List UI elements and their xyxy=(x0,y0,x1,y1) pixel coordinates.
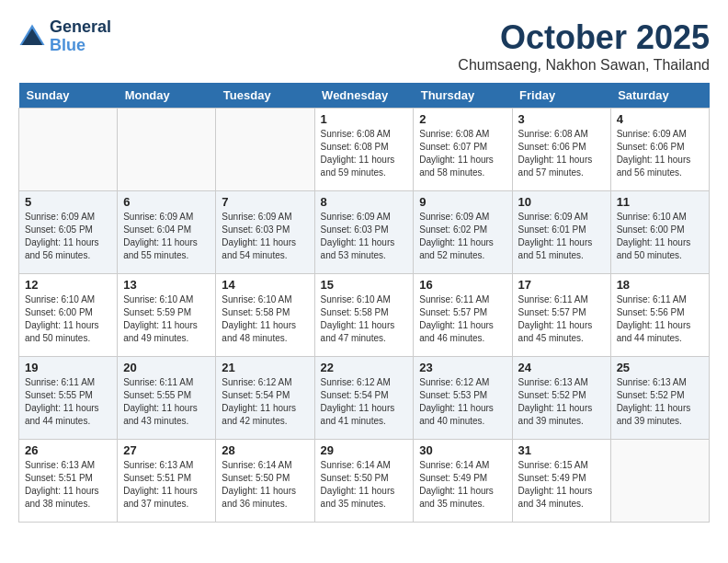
calendar-cell: 4Sunrise: 6:09 AM Sunset: 6:06 PM Daylig… xyxy=(610,109,709,191)
day-info: Sunrise: 6:13 AM Sunset: 5:51 PM Dayligh… xyxy=(123,459,210,511)
weekday-header-row: SundayMondayTuesdayWednesdayThursdayFrid… xyxy=(19,83,710,109)
calendar-cell xyxy=(610,440,709,523)
logo-icon xyxy=(18,23,46,51)
logo: General Blue xyxy=(18,18,111,55)
day-number: 6 xyxy=(123,195,210,209)
calendar-cell: 26Sunrise: 6:13 AM Sunset: 5:51 PM Dayli… xyxy=(19,440,118,523)
calendar-week-row: 19Sunrise: 6:11 AM Sunset: 5:55 PM Dayli… xyxy=(19,357,710,440)
day-number: 23 xyxy=(419,361,506,374)
calendar-cell: 7Sunrise: 6:09 AM Sunset: 6:03 PM Daylig… xyxy=(216,191,314,274)
weekday-header-tuesday: Tuesday xyxy=(216,83,314,109)
day-number: 10 xyxy=(518,195,605,209)
day-number: 12 xyxy=(25,278,111,292)
calendar-cell: 23Sunrise: 6:12 AM Sunset: 5:53 PM Dayli… xyxy=(414,357,512,440)
calendar-cell: 13Sunrise: 6:10 AM Sunset: 5:59 PM Dayli… xyxy=(118,274,216,357)
day-info: Sunrise: 6:11 AM Sunset: 5:56 PM Dayligh… xyxy=(617,293,703,345)
day-number: 28 xyxy=(222,443,308,457)
day-number: 4 xyxy=(617,112,703,126)
day-info: Sunrise: 6:13 AM Sunset: 5:51 PM Dayligh… xyxy=(25,459,111,511)
day-info: Sunrise: 6:13 AM Sunset: 5:52 PM Dayligh… xyxy=(518,376,605,428)
day-number: 2 xyxy=(419,112,506,126)
weekday-header-monday: Monday xyxy=(118,83,216,109)
day-info: Sunrise: 6:12 AM Sunset: 5:53 PM Dayligh… xyxy=(419,376,506,428)
calendar-cell: 24Sunrise: 6:13 AM Sunset: 5:52 PM Dayli… xyxy=(512,357,610,440)
day-info: Sunrise: 6:09 AM Sunset: 6:06 PM Dayligh… xyxy=(617,128,703,179)
day-number: 13 xyxy=(123,278,210,292)
day-info: Sunrise: 6:14 AM Sunset: 5:49 PM Dayligh… xyxy=(419,459,506,511)
calendar-cell xyxy=(118,109,216,191)
calendar-cell xyxy=(216,109,314,191)
day-info: Sunrise: 6:08 AM Sunset: 6:06 PM Dayligh… xyxy=(518,128,605,179)
day-info: Sunrise: 6:08 AM Sunset: 6:07 PM Dayligh… xyxy=(419,128,506,179)
day-info: Sunrise: 6:10 AM Sunset: 6:00 PM Dayligh… xyxy=(25,293,111,345)
calendar-cell: 19Sunrise: 6:11 AM Sunset: 5:55 PM Dayli… xyxy=(19,357,118,440)
logo-text-blue: Blue xyxy=(50,37,111,55)
day-info: Sunrise: 6:14 AM Sunset: 5:50 PM Dayligh… xyxy=(222,459,308,511)
calendar-week-row: 12Sunrise: 6:10 AM Sunset: 6:00 PM Dayli… xyxy=(19,274,710,357)
day-info: Sunrise: 6:15 AM Sunset: 5:49 PM Dayligh… xyxy=(518,459,605,511)
day-info: Sunrise: 6:09 AM Sunset: 6:05 PM Dayligh… xyxy=(25,211,111,262)
day-info: Sunrise: 6:11 AM Sunset: 5:57 PM Dayligh… xyxy=(518,293,605,345)
calendar-cell: 25Sunrise: 6:13 AM Sunset: 5:52 PM Dayli… xyxy=(610,357,709,440)
day-info: Sunrise: 6:12 AM Sunset: 5:54 PM Dayligh… xyxy=(222,376,308,428)
day-number: 21 xyxy=(222,361,308,374)
day-info: Sunrise: 6:11 AM Sunset: 5:55 PM Dayligh… xyxy=(123,376,210,428)
day-number: 3 xyxy=(518,112,605,126)
day-info: Sunrise: 6:09 AM Sunset: 6:02 PM Dayligh… xyxy=(419,211,506,262)
calendar-week-row: 1Sunrise: 6:08 AM Sunset: 6:08 PM Daylig… xyxy=(19,109,710,191)
day-number: 31 xyxy=(518,443,605,457)
calendar-week-row: 26Sunrise: 6:13 AM Sunset: 5:51 PM Dayli… xyxy=(19,440,710,523)
weekday-header-sunday: Sunday xyxy=(19,83,118,109)
calendar-cell: 28Sunrise: 6:14 AM Sunset: 5:50 PM Dayli… xyxy=(216,440,314,523)
day-info: Sunrise: 6:11 AM Sunset: 5:55 PM Dayligh… xyxy=(25,376,111,428)
calendar-cell: 14Sunrise: 6:10 AM Sunset: 5:58 PM Dayli… xyxy=(216,274,314,357)
calendar-cell: 21Sunrise: 6:12 AM Sunset: 5:54 PM Dayli… xyxy=(216,357,314,440)
day-number: 27 xyxy=(123,443,210,457)
calendar-cell: 22Sunrise: 6:12 AM Sunset: 5:54 PM Dayli… xyxy=(314,357,414,440)
calendar-cell: 5Sunrise: 6:09 AM Sunset: 6:05 PM Daylig… xyxy=(19,191,118,274)
calendar-table: SundayMondayTuesdayWednesdayThursdayFrid… xyxy=(18,83,710,523)
calendar-cell: 9Sunrise: 6:09 AM Sunset: 6:02 PM Daylig… xyxy=(414,191,512,274)
calendar-cell: 3Sunrise: 6:08 AM Sunset: 6:06 PM Daylig… xyxy=(512,109,610,191)
day-info: Sunrise: 6:10 AM Sunset: 5:58 PM Dayligh… xyxy=(321,293,408,345)
day-info: Sunrise: 6:12 AM Sunset: 5:54 PM Dayligh… xyxy=(321,376,408,428)
calendar-cell: 29Sunrise: 6:14 AM Sunset: 5:50 PM Dayli… xyxy=(314,440,414,523)
day-number: 1 xyxy=(321,112,408,126)
calendar-cell: 20Sunrise: 6:11 AM Sunset: 5:55 PM Dayli… xyxy=(118,357,216,440)
calendar-cell: 6Sunrise: 6:09 AM Sunset: 6:04 PM Daylig… xyxy=(118,191,216,274)
title-area: October 2025 Chumsaeng, Nakhon Sawan, Th… xyxy=(458,18,710,74)
day-number: 20 xyxy=(123,361,210,374)
location: Chumsaeng, Nakhon Sawan, Thailand xyxy=(458,57,710,74)
calendar-cell: 12Sunrise: 6:10 AM Sunset: 6:00 PM Dayli… xyxy=(19,274,118,357)
calendar-cell: 16Sunrise: 6:11 AM Sunset: 5:57 PM Dayli… xyxy=(414,274,512,357)
day-number: 5 xyxy=(25,195,111,209)
day-number: 26 xyxy=(25,443,111,457)
calendar-cell xyxy=(19,109,118,191)
calendar-cell: 15Sunrise: 6:10 AM Sunset: 5:58 PM Dayli… xyxy=(314,274,414,357)
logo-text-general: General xyxy=(50,18,111,37)
weekday-header-thursday: Thursday xyxy=(414,83,512,109)
day-info: Sunrise: 6:10 AM Sunset: 6:00 PM Dayligh… xyxy=(617,211,703,262)
calendar-cell: 10Sunrise: 6:09 AM Sunset: 6:01 PM Dayli… xyxy=(512,191,610,274)
day-number: 25 xyxy=(617,361,703,374)
calendar-week-row: 5Sunrise: 6:09 AM Sunset: 6:05 PM Daylig… xyxy=(19,191,710,274)
day-number: 29 xyxy=(321,443,408,457)
day-number: 17 xyxy=(518,278,605,292)
day-number: 24 xyxy=(518,361,605,374)
page-header: General Blue October 2025 Chumsaeng, Nak… xyxy=(18,18,710,74)
calendar-cell: 27Sunrise: 6:13 AM Sunset: 5:51 PM Dayli… xyxy=(118,440,216,523)
calendar-cell: 11Sunrise: 6:10 AM Sunset: 6:00 PM Dayli… xyxy=(610,191,709,274)
calendar-cell: 8Sunrise: 6:09 AM Sunset: 6:03 PM Daylig… xyxy=(314,191,414,274)
day-number: 16 xyxy=(419,278,506,292)
day-number: 14 xyxy=(222,278,308,292)
day-number: 19 xyxy=(25,361,111,374)
day-number: 9 xyxy=(419,195,506,209)
day-number: 15 xyxy=(321,278,408,292)
day-info: Sunrise: 6:09 AM Sunset: 6:03 PM Dayligh… xyxy=(222,211,308,262)
weekday-header-friday: Friday xyxy=(512,83,610,109)
calendar-cell: 1Sunrise: 6:08 AM Sunset: 6:08 PM Daylig… xyxy=(314,109,414,191)
day-info: Sunrise: 6:09 AM Sunset: 6:03 PM Dayligh… xyxy=(321,211,408,262)
day-info: Sunrise: 6:13 AM Sunset: 5:52 PM Dayligh… xyxy=(617,376,703,428)
day-number: 18 xyxy=(617,278,703,292)
calendar-cell: 2Sunrise: 6:08 AM Sunset: 6:07 PM Daylig… xyxy=(414,109,512,191)
